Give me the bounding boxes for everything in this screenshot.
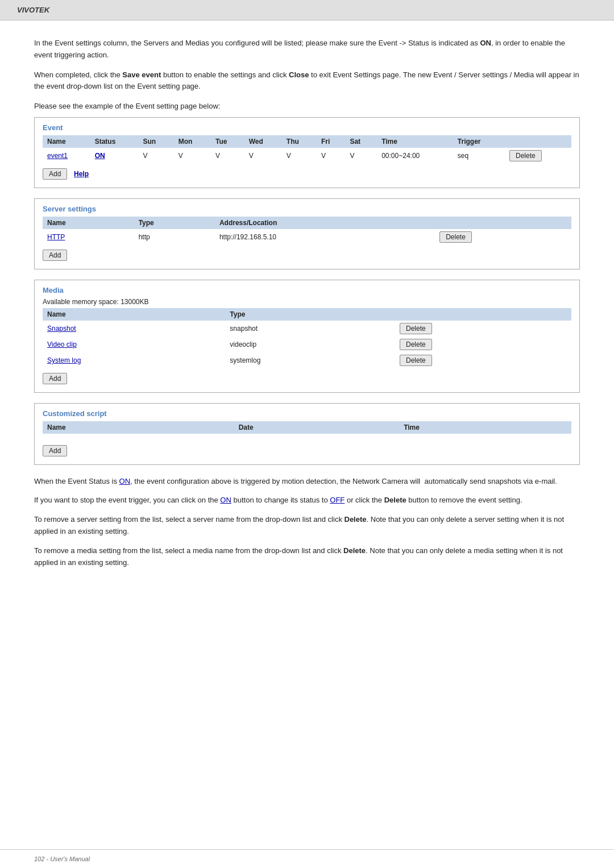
server-row-name: HTTP	[43, 229, 134, 245]
systemlog-delete-button[interactable]: Delete	[400, 355, 432, 366]
custom-add-row: Add	[43, 445, 571, 456]
event-row-tue: V	[211, 148, 244, 164]
media-col-action	[395, 308, 571, 321]
media-snapshot-type: snapshot	[225, 321, 395, 337]
event-row-thu: V	[282, 148, 317, 164]
event-row: event1 ON V V V V V V V 00:00~24:00 seq …	[43, 148, 571, 164]
media-systemlog-delete-cell: Delete	[395, 352, 571, 368]
event1-link[interactable]: event1	[47, 152, 68, 160]
media-row-systemlog: System log systemlog Delete	[43, 352, 571, 368]
event-delete-button[interactable]: Delete	[509, 150, 542, 161]
server-row-delete-cell: Delete	[435, 229, 571, 245]
bottom-on-link1[interactable]: ON	[119, 477, 131, 485]
bottom-para3: To remove a server setting from the list…	[34, 513, 580, 538]
videoclip-delete-button[interactable]: Delete	[400, 339, 432, 350]
media-videoclip-type: videoclip	[225, 337, 395, 352]
server-col-action	[435, 217, 571, 229]
media-systemlog-type: systemlog	[225, 352, 395, 368]
brand-logo: VIVOTEK	[17, 6, 49, 14]
event-row-fri: V	[317, 148, 345, 164]
event-row-delete-cell: Delete	[505, 148, 571, 164]
footer-bar: 102 - User's Manual	[0, 849, 614, 868]
snapshot-delete-button[interactable]: Delete	[400, 323, 432, 334]
event-col-wed: Wed	[244, 135, 282, 148]
event-row-wed: V	[244, 148, 282, 164]
media-videoclip-delete-cell: Delete	[395, 337, 571, 352]
server-add-button[interactable]: Add	[43, 250, 67, 261]
server-col-address: Address/Location	[215, 217, 435, 229]
event-col-sat: Sat	[345, 135, 377, 148]
event-row-sun: V	[138, 148, 173, 164]
event-table: Name Status Sun Mon Tue Wed Thu Fri Sat …	[43, 135, 571, 164]
media-add-row: Add	[43, 373, 571, 384]
media-row-videoclip: Video clip videoclip Delete	[43, 337, 571, 352]
event-col-sun: Sun	[138, 135, 173, 148]
event-col-time: Time	[377, 135, 453, 148]
media-videoclip-name: Video clip	[43, 337, 225, 352]
server-delete-bold: Delete	[345, 515, 367, 524]
event-col-thu: Thu	[282, 135, 317, 148]
media-col-type: Type	[225, 308, 395, 321]
event-col-tue: Tue	[211, 135, 244, 148]
intro-on-bold: ON	[480, 39, 491, 47]
close-bold: Close	[289, 70, 309, 79]
event-col-name: Name	[43, 135, 90, 148]
custom-empty-row	[43, 434, 571, 441]
custom-box-title: Customized script	[43, 409, 571, 418]
media-snapshot-delete-cell: Delete	[395, 321, 571, 337]
server-delete-button[interactable]: Delete	[439, 231, 472, 243]
server-box-title: Server settings	[43, 205, 571, 213]
snapshot-link[interactable]: Snapshot	[47, 325, 76, 333]
bottom-on-link2[interactable]: ON	[220, 496, 231, 504]
custom-add-button[interactable]: Add	[43, 445, 67, 456]
intro-para1: In the Event settings column, the Server…	[34, 38, 580, 61]
event-row-sat: V	[345, 148, 377, 164]
event-add-row: Add Help	[43, 168, 571, 180]
footer-text: 102 - User's Manual	[34, 855, 90, 862]
bottom-para2: If you want to stop the event trigger, y…	[34, 494, 580, 506]
event-row-trigger: seq	[453, 148, 505, 164]
server-row-type: http	[134, 229, 215, 245]
server-col-type: Type	[134, 217, 215, 229]
server-row: HTTP http http://192.168.5.10 Delete	[43, 229, 571, 245]
event-col-action	[505, 135, 571, 148]
example-label: Please see the example of the Event sett…	[34, 101, 580, 113]
videoclip-link[interactable]: Video clip	[47, 340, 77, 348]
intro-para2: When completed, click the Save event but…	[34, 69, 580, 93]
custom-box: Customized script Name Date Time Add	[34, 403, 580, 465]
media-box: Media Available memory space: 13000KB Na…	[34, 280, 580, 393]
media-snapshot-name: Snapshot	[43, 321, 225, 337]
event-col-mon: Mon	[174, 135, 211, 148]
bottom-off-link[interactable]: OFF	[330, 496, 345, 504]
save-event-bold: Save event	[122, 70, 161, 79]
event-col-status: Status	[90, 135, 139, 148]
systemlog-link[interactable]: System log	[47, 356, 81, 364]
server-add-row: Add	[43, 250, 571, 261]
custom-col-name: Name	[43, 421, 234, 434]
event-row-name: event1	[43, 148, 90, 164]
event-box: Event Name Status Sun Mon Tue Wed Thu Fr…	[34, 117, 580, 188]
server-row-address: http://192.168.5.10	[215, 229, 435, 245]
server-box: Server settings Name Type Address/Locati…	[34, 198, 580, 269]
server-col-name: Name	[43, 217, 134, 229]
event-add-button[interactable]: Add	[43, 168, 67, 180]
media-add-button[interactable]: Add	[43, 373, 67, 384]
event-row-status: ON	[90, 148, 139, 164]
bottom-para4: To remove a media setting from the list,…	[34, 545, 580, 569]
media-box-title: Media	[43, 286, 571, 294]
media-row-snapshot: Snapshot snapshot Delete	[43, 321, 571, 337]
media-systemlog-name: System log	[43, 352, 225, 368]
event-box-title: Event	[43, 123, 571, 132]
http-link[interactable]: HTTP	[47, 233, 65, 241]
event-col-trigger: Trigger	[453, 135, 505, 148]
event-help-link[interactable]: Help	[74, 170, 89, 178]
delete-bold: Delete	[384, 496, 406, 504]
event-col-fri: Fri	[317, 135, 345, 148]
bottom-para1: When the Event Status is ON, the event c…	[34, 475, 580, 487]
event-row-mon: V	[174, 148, 211, 164]
event-status-on[interactable]: ON	[95, 152, 105, 160]
header-bar: VIVOTEK	[0, 0, 614, 20]
media-memory-space: Available memory space: 13000KB	[43, 298, 571, 306]
custom-col-time: Time	[399, 421, 571, 434]
media-table: Name Type Snapshot snapshot Delete Vi	[43, 308, 571, 368]
